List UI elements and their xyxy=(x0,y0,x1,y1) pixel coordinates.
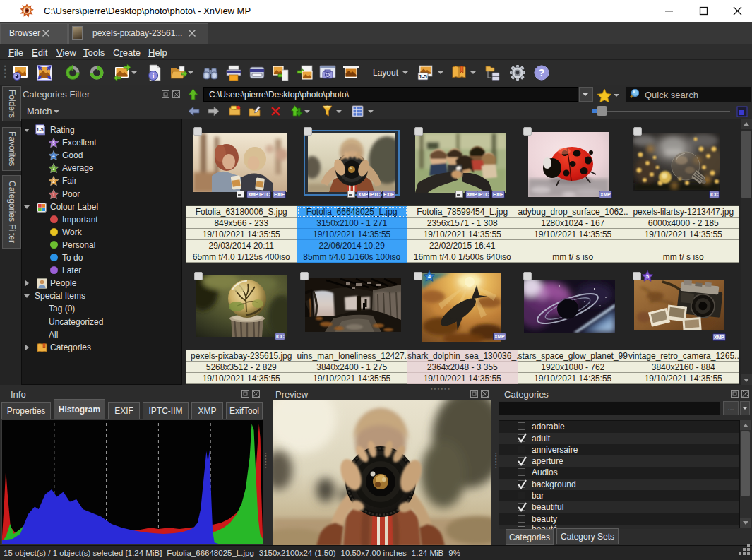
svg-text:1-5: 1-5 xyxy=(37,127,44,132)
svg-text:3: 3 xyxy=(52,167,55,172)
svg-text:2: 2 xyxy=(52,179,55,184)
svg-text:5: 5 xyxy=(646,273,649,280)
svg-text:4: 4 xyxy=(428,273,431,280)
svg-text:?: ? xyxy=(539,67,545,78)
svg-text:1: 1 xyxy=(52,192,55,197)
svg-text:5: 5 xyxy=(52,141,55,146)
svg-text:4: 4 xyxy=(52,154,55,159)
svg-text:i: i xyxy=(152,71,154,80)
svg-text:1-5: 1-5 xyxy=(419,73,427,80)
